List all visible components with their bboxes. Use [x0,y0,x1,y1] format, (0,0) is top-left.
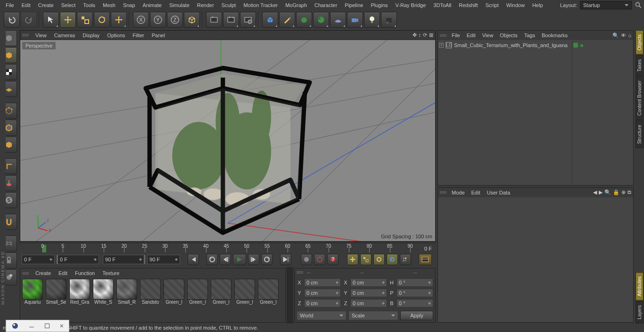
obj-menu-edit[interactable]: Edit [463,32,479,38]
fwd-icon[interactable]: ▶ [599,189,603,195]
render-view[interactable] [206,12,222,28]
layout-dropdown[interactable]: Startup [580,1,632,9]
vp-zoom-icon[interactable]: ↕ [419,32,421,38]
material-list[interactable]: AquariuSmall_SeRed_GraWhite_SSmall_RSand… [20,278,285,322]
coord-system[interactable] [184,12,200,28]
material-item[interactable]: Aquariu [21,279,44,321]
tab-takes[interactable]: Takes [636,55,644,76]
z-axis-lock[interactable]: Z [167,12,183,28]
eye-icon[interactable]: 👁 [621,32,626,39]
render-picture-viewer[interactable] [223,12,239,28]
material-item[interactable]: Small_Se [45,279,67,321]
keyframe-sel-button[interactable]: ? [327,254,339,265]
material-scrollbar[interactable] [287,267,293,324]
search-icon[interactable] [635,1,642,9]
obj-menu-objects[interactable]: Objects [496,32,520,38]
perspective-viewport[interactable]: Perspective [20,40,435,241]
obj-menu-tags[interactable]: Tags [521,32,538,38]
material-item[interactable]: Green_l [186,279,209,321]
autokey-button[interactable] [314,254,325,265]
material-item[interactable]: Sandsto [139,279,162,321]
coord-field[interactable]: 0 cm [350,289,387,297]
menu-vray[interactable]: V-Ray Bridge [392,0,430,10]
material-swatch[interactable] [22,279,43,300]
mat-menu-texture[interactable]: Texture [99,270,123,276]
material-swatch[interactable] [211,279,231,300]
redo-button[interactable] [21,12,37,28]
next-key-button[interactable] [261,254,272,265]
tab-objects[interactable]: Objects [636,30,644,55]
menu-redshift[interactable]: Redshift [455,0,481,10]
material-swatch[interactable] [93,279,114,300]
prev-key-button[interactable] [206,254,218,265]
menu-plugins[interactable]: Plugins [367,0,391,10]
tab-layers[interactable]: Layers [636,301,644,324]
coord-field[interactable]: 0 ° [396,289,433,297]
vp-nav-icon[interactable]: ✥ [413,32,417,38]
live-select-tool[interactable] [43,12,59,28]
material-swatch[interactable] [258,279,279,300]
grip-icon[interactable] [440,34,446,37]
tab-attributes[interactable]: Attributes [636,272,644,300]
attribute-body[interactable] [438,197,633,322]
menu-character[interactable]: Character [311,0,341,10]
window-maximize-icon[interactable] [45,324,50,328]
key-rotation[interactable] [373,254,385,265]
object-name[interactable]: Small_Cubic_Terrarium_with_Plants_and_Ig… [454,42,568,48]
camera-object[interactable] [347,12,363,28]
coord-field[interactable]: 0 cm [304,278,341,287]
key-position[interactable] [347,254,358,265]
menu-tools[interactable]: Tools [79,0,99,10]
object-tree[interactable]: + L0 Small_Cubic_Terrarium_with_Plants_a… [438,40,633,185]
window-minimize-icon[interactable] [29,325,34,327]
obj-menu-file[interactable]: File [448,32,463,38]
primitive-cube[interactable] [262,12,278,28]
prev-frame-button[interactable] [220,254,231,265]
spline-pen[interactable] [279,12,295,28]
key-pla[interactable] [400,254,411,265]
undo-button[interactable] [4,12,20,28]
vp-layout-icon[interactable]: ⊞ [429,32,433,38]
record-button[interactable] [301,254,312,265]
rotate-tool[interactable] [94,12,110,28]
material-swatch[interactable] [187,279,208,300]
timeline-ruler[interactable]: 0 F 051015202530354045505560657075808590 [19,243,437,252]
timeline-window-button[interactable] [419,254,432,265]
vp-menu-filter[interactable]: Filter [129,32,148,38]
menu-render[interactable]: Render [193,0,218,10]
grip-icon[interactable] [440,191,446,194]
goto-start-button[interactable] [188,254,199,265]
end-frame-field[interactable]: 90 F [147,255,180,264]
menu-sculpt[interactable]: Sculpt [218,0,240,10]
generator[interactable] [296,12,312,28]
tab-content-browser[interactable]: Content Browser [636,76,644,120]
menu-edit[interactable]: Edit [18,0,34,10]
expand-icon[interactable]: + [439,43,444,48]
menu-simulate[interactable]: Simulate [165,0,193,10]
menu-script[interactable]: Script [482,0,503,10]
range-end-field[interactable]: 90 F [103,255,145,264]
visibility-tag[interactable] [573,43,578,48]
obj-menu-view[interactable]: View [479,32,497,38]
current-frame-field[interactable]: 0 F [22,255,55,264]
menu-motion-tracker[interactable]: Motion Tracker [239,0,281,10]
coord-field[interactable]: 0 cm [304,289,341,297]
stage-object[interactable] [381,12,397,28]
material-swatch[interactable] [234,279,255,300]
coord-field[interactable]: 0 cm [350,278,387,287]
object-row[interactable]: + L0 Small_Cubic_Terrarium_with_Plants_a… [439,41,571,49]
apply-button[interactable]: Apply [400,311,433,320]
mat-menu-create[interactable]: Create [32,270,55,276]
material-swatch[interactable] [46,279,66,300]
range-start-field[interactable]: 0 F [57,255,99,264]
material-swatch[interactable] [116,279,137,300]
search-icon[interactable]: 🔍 [612,32,619,39]
menu-3dtoall[interactable]: 3DToAll [429,0,455,10]
popup-icon[interactable]: ⧉ [627,189,631,195]
play-button[interactable] [233,254,246,265]
attr-menu-userdata[interactable]: User Data [484,190,514,195]
render-tag[interactable] [580,44,583,47]
key-parameter[interactable]: P [387,254,398,265]
vp-menu-view[interactable]: View [32,32,50,38]
light-object[interactable] [364,12,380,28]
